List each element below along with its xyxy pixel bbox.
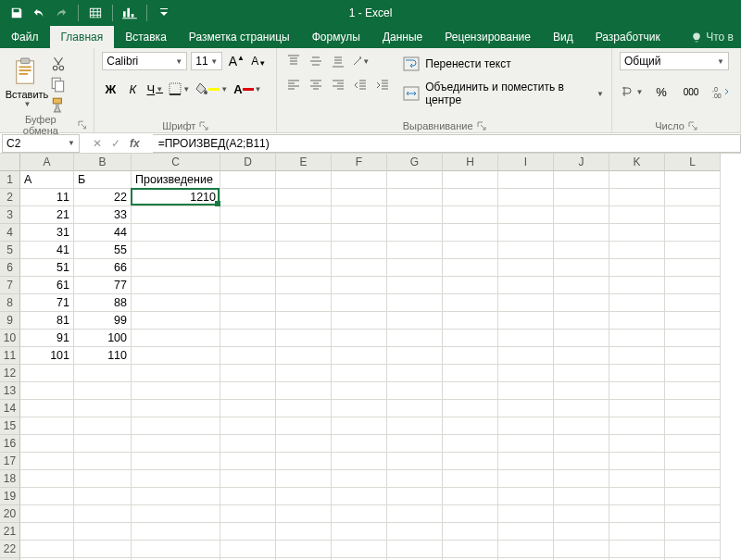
increase-indent-button[interactable] [373, 76, 392, 94]
cell[interactable] [665, 505, 721, 523]
cell[interactable] [220, 505, 276, 523]
cell[interactable] [443, 330, 498, 347]
cell[interactable] [387, 470, 443, 488]
cell[interactable] [132, 435, 220, 453]
tab-insert[interactable]: Вставка [114, 26, 178, 48]
cell[interactable] [20, 453, 74, 470]
column-header[interactable]: G [387, 154, 443, 171]
cell[interactable] [554, 417, 609, 435]
cell[interactable] [276, 242, 332, 259]
cell[interactable] [609, 224, 665, 242]
row-header[interactable]: 12 [0, 365, 20, 382]
cell[interactable] [276, 330, 332, 347]
cell[interactable] [554, 365, 609, 382]
cell[interactable] [443, 242, 498, 259]
cell[interactable]: 91 [20, 330, 74, 347]
cell[interactable] [443, 294, 498, 312]
cell[interactable] [665, 312, 721, 330]
cell[interactable] [132, 470, 220, 488]
cell[interactable] [498, 259, 554, 277]
cell[interactable] [554, 224, 609, 242]
dialog-launcher-icon[interactable] [78, 120, 87, 130]
cell[interactable] [132, 206, 220, 224]
cell[interactable] [609, 453, 665, 470]
cell[interactable] [132, 277, 220, 294]
cell[interactable] [387, 400, 443, 417]
cell[interactable] [220, 189, 276, 206]
decrease-font-button[interactable]: A▼ [248, 52, 269, 70]
cell[interactable] [132, 523, 220, 541]
cell[interactable] [609, 189, 665, 206]
cell[interactable] [276, 277, 332, 294]
cell[interactable] [132, 259, 220, 277]
cell[interactable] [665, 206, 721, 224]
name-box[interactable]: C2▼ [2, 134, 80, 153]
cell[interactable] [443, 277, 498, 294]
cell[interactable] [554, 171, 609, 189]
cell[interactable] [220, 294, 276, 312]
cell[interactable] [498, 435, 554, 453]
cell[interactable] [443, 488, 498, 505]
cell[interactable] [276, 382, 332, 400]
cell[interactable] [609, 505, 665, 523]
cell[interactable] [609, 470, 665, 488]
cell[interactable]: 51 [20, 259, 74, 277]
cell[interactable] [20, 365, 74, 382]
cell[interactable] [132, 294, 220, 312]
cell[interactable] [609, 171, 665, 189]
column-header[interactable]: L [665, 154, 721, 171]
cell[interactable] [665, 365, 721, 382]
cell[interactable] [74, 417, 132, 435]
cell[interactable] [554, 294, 609, 312]
cell[interactable]: 21 [20, 206, 74, 224]
cell[interactable] [74, 435, 132, 453]
cell[interactable] [498, 312, 554, 330]
cell[interactable] [665, 435, 721, 453]
cell[interactable] [276, 541, 332, 558]
decrease-indent-button[interactable] [351, 76, 370, 94]
cell[interactable] [443, 435, 498, 453]
cell[interactable] [498, 488, 554, 505]
tab-page-layout[interactable]: Разметка страницы [178, 26, 301, 48]
cell[interactable] [387, 312, 443, 330]
cell[interactable] [609, 365, 665, 382]
cell[interactable] [332, 206, 387, 224]
cell[interactable] [665, 277, 721, 294]
cell[interactable] [132, 224, 220, 242]
row-header[interactable]: 16 [0, 435, 20, 453]
cell[interactable] [332, 488, 387, 505]
accounting-format-button[interactable]: ▼ [620, 81, 644, 102]
cell[interactable] [276, 488, 332, 505]
cell[interactable] [387, 523, 443, 541]
cell[interactable] [332, 523, 387, 541]
cell[interactable] [220, 523, 276, 541]
cell[interactable] [443, 347, 498, 365]
italic-button[interactable]: К [124, 80, 141, 98]
cell[interactable] [20, 541, 74, 558]
cell[interactable]: 110 [74, 347, 132, 365]
cell[interactable] [332, 365, 387, 382]
column-header[interactable]: J [554, 154, 609, 171]
cell[interactable] [332, 435, 387, 453]
cell[interactable] [276, 224, 332, 242]
cell[interactable] [609, 242, 665, 259]
row-header[interactable]: 21 [0, 523, 20, 541]
align-center-button[interactable] [307, 76, 325, 94]
cell[interactable]: 71 [20, 294, 74, 312]
cell[interactable] [387, 347, 443, 365]
cell[interactable] [276, 347, 332, 365]
formula-input[interactable] [153, 134, 741, 153]
cell[interactable] [443, 382, 498, 400]
cell[interactable] [554, 347, 609, 365]
cell[interactable] [332, 242, 387, 259]
cell[interactable] [609, 277, 665, 294]
cell[interactable] [443, 417, 498, 435]
cell[interactable] [20, 400, 74, 417]
cell[interactable] [220, 347, 276, 365]
cell[interactable] [443, 224, 498, 242]
cell[interactable] [443, 505, 498, 523]
cell[interactable] [554, 470, 609, 488]
cell[interactable] [498, 330, 554, 347]
cell[interactable] [74, 382, 132, 400]
cell[interactable] [443, 453, 498, 470]
